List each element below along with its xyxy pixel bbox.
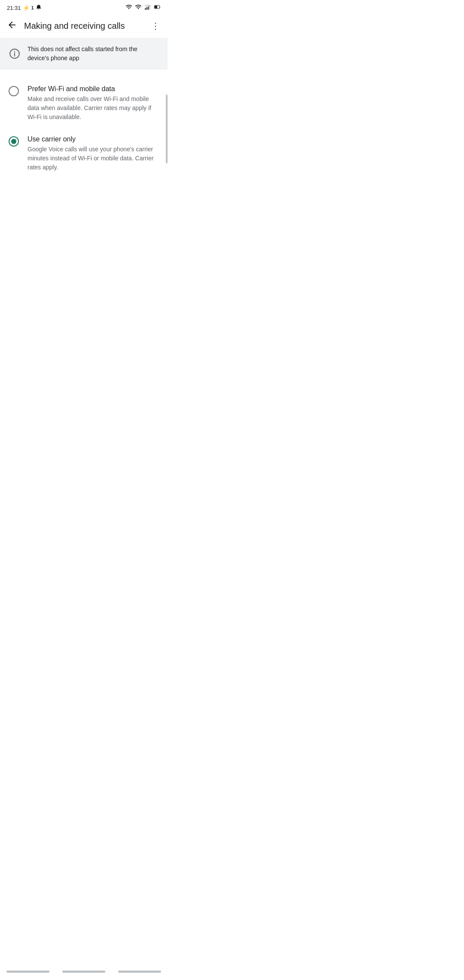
option-carrier-desc: Google Voice calls will use your phone's… — [27, 145, 159, 172]
option-wifi-desc: Make and receive calls over Wi-Fi and mo… — [27, 95, 159, 122]
info-icon — [9, 48, 21, 60]
svg-rect-5 — [155, 6, 157, 8]
time-display: 21:31 — [7, 5, 21, 11]
option-wifi-mobile[interactable]: Prefer Wi-Fi and mobile data Make and re… — [0, 78, 168, 129]
option-wifi-content: Prefer Wi-Fi and mobile data Make and re… — [27, 85, 159, 122]
option-carrier-content: Use carrier only Google Voice calls will… — [27, 135, 159, 172]
flash-icon: ⚡ — [23, 5, 30, 11]
radio-inner-carrier — [11, 139, 16, 144]
page-title: Making and receiving calls — [21, 21, 147, 31]
info-banner: This does not affect calls started from … — [0, 38, 168, 70]
svg-rect-6 — [159, 6, 160, 8]
option-carrier-title: Use carrier only — [27, 135, 159, 143]
battery-icon — [154, 3, 161, 12]
svg-rect-3 — [149, 6, 150, 10]
options-section: Prefer Wi-Fi and mobile data Make and re… — [0, 73, 168, 184]
status-left: 21:31 ⚡ 1 — [7, 4, 42, 12]
signal-icon: 1 — [31, 5, 34, 10]
back-arrow-icon — [7, 20, 17, 32]
status-right — [125, 3, 161, 12]
status-bar: 21:31 ⚡ 1 — [0, 0, 168, 14]
wifi-scanning-icon — [125, 3, 132, 12]
radio-carrier-only[interactable] — [9, 136, 19, 147]
svg-rect-1 — [147, 7, 147, 10]
more-options-button[interactable]: ⋮ — [147, 17, 164, 34]
signal-bars-icon — [144, 3, 151, 12]
radio-wifi-mobile[interactable] — [9, 86, 19, 96]
radio-outer-wifi — [9, 86, 19, 96]
radio-outer-carrier — [9, 136, 19, 147]
svg-rect-2 — [148, 6, 149, 10]
option-carrier-only[interactable]: Use carrier only Google Voice calls will… — [0, 129, 168, 179]
svg-rect-0 — [145, 8, 146, 10]
option-wifi-title: Prefer Wi-Fi and mobile data — [27, 85, 159, 93]
more-options-icon: ⋮ — [151, 21, 160, 31]
back-button[interactable] — [3, 17, 21, 34]
info-banner-text: This does not affect calls started from … — [27, 45, 159, 63]
app-bar: Making and receiving calls ⋮ — [0, 14, 168, 38]
wifi-icon — [135, 3, 142, 12]
notification-icon — [36, 4, 42, 12]
scrollbar[interactable] — [166, 95, 168, 163]
